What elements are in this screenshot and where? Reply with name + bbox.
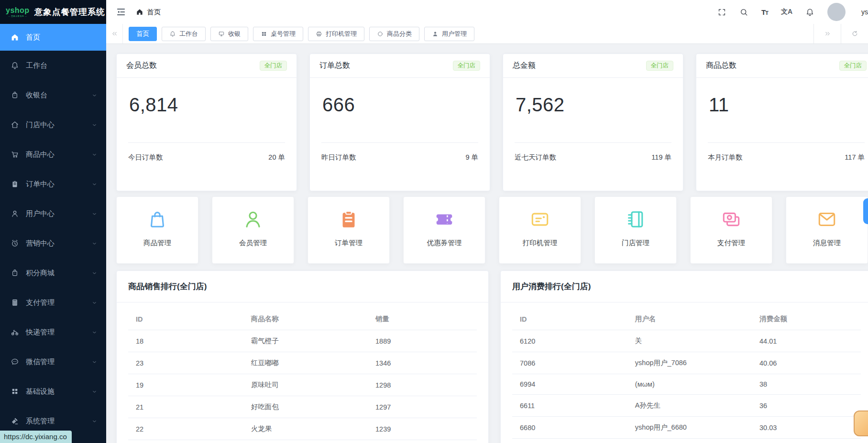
username[interactable]: ys (851, 8, 868, 16)
table-row[interactable]: 18 霸气橙子 1889 (128, 330, 477, 352)
sidebar-item-label: 支付管理 (26, 298, 55, 307)
font-size-icon[interactable]: TT (761, 8, 768, 16)
chevron-down-icon (91, 389, 98, 395)
notebook-icon (625, 208, 647, 230)
table-row[interactable]: 6120 关 44.01 (512, 330, 861, 352)
shortcut-message-mgmt[interactable]: 消息管理 (786, 196, 868, 264)
user-icon (432, 31, 439, 37)
cell-amount: 40.06 (752, 352, 861, 374)
bell-icon (11, 61, 19, 70)
cell-goods-name: 原味吐司 (243, 374, 368, 396)
sidebar-fold-icon[interactable] (116, 7, 126, 17)
table-title: 商品销售排行(全门店) (117, 271, 488, 303)
table-row[interactable]: 6611 A孙先生 36 (512, 395, 861, 417)
shortcuts-row: 商品管理 会员管理 订单管理 优惠券管理 打印机管理 门店管理 (116, 196, 868, 264)
tab-goods-category[interactable]: 商品分类 (369, 27, 419, 41)
table-title: 用户消费排行(全门店) (501, 271, 868, 303)
tabs-scroll-right-icon[interactable] (813, 24, 841, 43)
sidebar-item-label: 门店中心 (26, 120, 55, 130)
store-scope-badge: 全门店 (453, 61, 481, 71)
store-scope-badge: 全门店 (646, 61, 674, 71)
stat-value: 6,814 (117, 78, 297, 116)
breadcrumb[interactable]: 首页 (136, 8, 161, 17)
shortcut-member-mgmt[interactable]: 会员管理 (212, 196, 294, 264)
tag-icon (11, 91, 19, 99)
tabs-scroll-left-icon[interactable] (106, 24, 123, 43)
shortcut-label: 消息管理 (813, 238, 841, 248)
sidebar-item-workbench[interactable]: 工作台 (0, 51, 106, 80)
grid-icon (261, 31, 267, 37)
search-icon[interactable] (739, 8, 748, 17)
column-header: 销量 (368, 308, 477, 330)
shortcut-label: 商品管理 (143, 238, 171, 248)
table-row[interactable]: 19 原味吐司 1298 (128, 374, 477, 396)
stat-footer-value: 119 单 (651, 153, 671, 162)
sidebar-item-order-center[interactable]: 订单中心 (0, 169, 106, 199)
stat-footer-label: 昨日订单数 (321, 153, 356, 162)
shortcut-order-mgmt[interactable]: 订单管理 (308, 196, 390, 264)
refresh-icon[interactable] (841, 24, 868, 43)
clipboard-icon (338, 208, 360, 230)
sidebar-item-store-center[interactable]: 门店中心 (0, 110, 106, 140)
tab-label: 工作台 (179, 30, 198, 38)
table-header-row: ID 用户名 消费金额 (512, 308, 861, 330)
cell-id: 19 (128, 374, 243, 396)
column-header: 用户名 (627, 308, 752, 330)
table-row[interactable]: 6994 (мωм) 38 (512, 374, 861, 395)
tab-printer-mgmt[interactable]: 打印机管理 (308, 27, 364, 41)
shortcut-label: 打印机管理 (523, 238, 558, 248)
floating-widget[interactable] (854, 411, 868, 436)
chevron-down-icon (91, 240, 98, 247)
floating-settings-handle[interactable] (863, 198, 868, 224)
home-icon (11, 33, 19, 42)
shortcut-printer-mgmt[interactable]: 打印机管理 (499, 196, 581, 264)
shortcut-coupon-mgmt[interactable]: 优惠券管理 (403, 196, 485, 264)
calculator-icon (11, 298, 19, 307)
table-row[interactable]: 6680 yshop用户_6680 30.03 (512, 417, 861, 439)
chevron-down-icon (91, 151, 98, 158)
user-icon (242, 208, 264, 230)
sidebar-item-user-center[interactable]: 用户中心 (0, 199, 106, 228)
tab-user-mgmt[interactable]: 用户管理 (424, 27, 474, 41)
avatar[interactable] (827, 3, 846, 21)
stat-value: 666 (310, 78, 490, 116)
chevron-down-icon (91, 181, 98, 187)
tab-workbench[interactable]: 工作台 (162, 27, 206, 41)
stat-title: 商品总数 (706, 61, 736, 71)
shortcut-store-mgmt[interactable]: 门店管理 (594, 196, 677, 264)
sidebar-item-goods-center[interactable]: 商品中心 (0, 140, 106, 169)
cell-sales: 1239 (368, 418, 477, 440)
table-row[interactable]: 21 好吃面包 1297 (128, 396, 477, 418)
table-row[interactable]: 7086 yshop用户_7086 40.06 (512, 352, 861, 374)
sidebar: yshop — 意象点餐系统 — 意象点餐管理系统 首页 工作台 收银台 门店 (0, 0, 106, 443)
translate-icon[interactable]: 文A (781, 8, 792, 16)
cell-sales: 1298 (368, 374, 477, 396)
cell-goods-name: 霸气橙子 (243, 330, 368, 352)
sidebar-item-points-mall[interactable]: 积分商城 (0, 258, 106, 288)
tab-cashier[interactable]: 收银 (210, 27, 248, 41)
column-header: ID (512, 308, 627, 330)
shortcut-payment-mgmt[interactable]: 支付管理 (690, 196, 772, 264)
stat-title: 总金额 (513, 61, 536, 71)
table-row[interactable]: 22 火龙果 1239 (128, 418, 477, 440)
sidebar-item-home[interactable]: 首页 (0, 24, 106, 51)
monitor-icon (218, 31, 225, 37)
fullscreen-icon[interactable] (717, 8, 726, 17)
tab-home[interactable]: 首页 (129, 27, 157, 41)
sidebar-item-label: 基础设施 (26, 387, 55, 396)
shortcut-goods-mgmt[interactable]: 商品管理 (116, 196, 198, 264)
shortcut-label: 订单管理 (335, 238, 363, 248)
sidebar-item-cashier[interactable]: 收银台 (0, 80, 106, 110)
sidebar-item-marketing-center[interactable]: 营销中心 (0, 228, 106, 258)
cell-id: 6611 (512, 395, 627, 417)
sidebar-item-express-mgmt[interactable]: 快递管理 (0, 317, 106, 347)
table-row[interactable]: 23 红豆嘟嘟 1346 (128, 352, 477, 374)
sidebar-menu: 首页 工作台 收银台 门店中心 商品中心 (0, 24, 106, 436)
sidebar-item-payment-mgmt[interactable]: 支付管理 (0, 288, 106, 317)
logo-bar[interactable]: yshop — 意象点餐系统 — 意象点餐管理系统 (0, 0, 106, 24)
sidebar-item-wechat-mgmt[interactable]: 微信管理 (0, 347, 106, 377)
cell-id: 6680 (512, 417, 627, 439)
tab-table-number-mgmt[interactable]: 桌号管理 (253, 27, 303, 41)
sidebar-item-infrastructure[interactable]: 基础设施 (0, 377, 106, 406)
notification-bell-icon[interactable] (805, 8, 814, 17)
